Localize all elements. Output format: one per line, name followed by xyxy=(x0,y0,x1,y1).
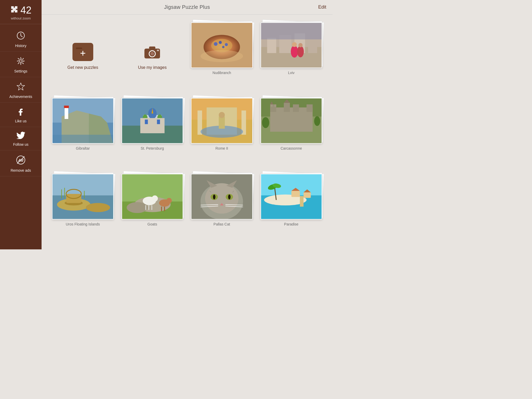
pallascat-photo xyxy=(191,174,253,220)
nudibranch-label: Nudibranch xyxy=(212,71,231,75)
svg-rect-65 xyxy=(293,104,299,112)
nudibranch-photo-stack xyxy=(191,22,253,68)
goats-photo xyxy=(122,174,183,220)
puzzle-card-pallascat[interactable]: Pallas Cat xyxy=(191,174,253,242)
sidebar-item-settings[interactable]: Settings xyxy=(0,52,42,77)
puzzle-card-stpetersburg[interactable]: St. Petersburg xyxy=(122,98,183,166)
pallascat-label: Pallas Cat xyxy=(214,222,230,226)
uros-photo xyxy=(52,174,114,220)
puzzle-grid: Get new puzzles Use my images xyxy=(42,15,332,249)
carcassonne-label: Carcassonne xyxy=(281,146,302,150)
svg-point-59 xyxy=(219,112,225,118)
svg-point-105 xyxy=(228,194,230,199)
star-icon xyxy=(16,82,25,92)
main-content: Jigsaw Puzzle Plus Edit Get new puzzles xyxy=(42,0,332,249)
puzzle-piece-icon xyxy=(10,5,18,15)
like-us-label: Like us xyxy=(15,119,26,123)
puzzle-card-uros[interactable]: Uros Floating Islands xyxy=(52,174,114,242)
svg-point-89 xyxy=(152,195,158,201)
paradise-photo xyxy=(261,174,322,220)
edit-button[interactable]: Edit xyxy=(318,4,326,10)
puzzle-card-gibraltar[interactable]: Gibraltar xyxy=(52,98,114,166)
sidebar-item-follow-us[interactable]: Follow us xyxy=(0,127,42,150)
svg-rect-120 xyxy=(291,191,300,197)
svg-point-20 xyxy=(219,41,222,44)
gear-icon xyxy=(16,56,25,67)
svg-rect-15 xyxy=(157,50,159,51)
stpetersburg-photo xyxy=(122,98,183,144)
sidebar-top: 42 without zoom xyxy=(0,0,42,24)
svg-rect-67 xyxy=(271,104,272,107)
use-my-images-action[interactable]: Use my images xyxy=(122,22,183,90)
svg-point-31 xyxy=(291,45,298,58)
sidebar-item-history[interactable]: History xyxy=(0,26,42,52)
lviv-photo-stack xyxy=(261,22,322,68)
stpetersburg-photo-stack xyxy=(122,98,183,144)
twitter-icon xyxy=(16,132,25,140)
lviv-label: Lviv xyxy=(288,71,295,75)
svg-point-77 xyxy=(86,203,110,212)
pallascat-photo-stack xyxy=(191,174,253,220)
puzzle-card-rome2[interactable]: Rome II xyxy=(191,98,253,166)
puzzle-card-carcassonne[interactable]: Carcassonne xyxy=(261,98,322,166)
svg-point-23 xyxy=(201,50,243,62)
carcassonne-photo-stack xyxy=(261,98,322,144)
puzzle-count-row: 42 xyxy=(10,5,31,16)
svg-rect-41 xyxy=(52,135,113,143)
goats-label: Goats xyxy=(148,222,157,226)
svg-point-71 xyxy=(262,117,269,128)
svg-rect-30 xyxy=(261,23,322,39)
svg-point-72 xyxy=(314,116,320,126)
follow-us-label: Follow us xyxy=(13,142,28,147)
svg-rect-124 xyxy=(300,196,303,207)
svg-point-104 xyxy=(213,194,215,199)
goats-photo-stack xyxy=(122,174,183,220)
svg-rect-64 xyxy=(284,103,290,112)
sidebar-item-like-us[interactable]: Like us xyxy=(0,103,42,127)
puzzle-card-goats[interactable]: Goats xyxy=(122,174,183,242)
sidebar: 42 without zoom History Settings xyxy=(0,0,42,249)
puzzle-card-paradise[interactable]: Paradise xyxy=(261,174,322,242)
svg-rect-14 xyxy=(149,46,155,49)
get-new-puzzles-label: Get new puzzles xyxy=(68,65,98,70)
use-my-images-label: Use my images xyxy=(138,65,167,70)
svg-rect-49 xyxy=(140,118,164,133)
sidebar-item-achievements[interactable]: Achievements xyxy=(0,77,42,103)
rome2-photo-stack xyxy=(191,98,253,144)
sidebar-item-remove-ads[interactable]: Ad Remove ads xyxy=(0,150,42,176)
svg-point-1 xyxy=(19,60,22,62)
top-bar: Jigsaw Puzzle Plus Edit xyxy=(42,0,332,15)
svg-marker-3 xyxy=(17,83,25,90)
carcassonne-photo xyxy=(261,98,322,144)
remove-ads-label: Remove ads xyxy=(11,168,31,172)
svg-point-22 xyxy=(222,46,224,48)
svg-rect-50 xyxy=(145,120,148,124)
svg-rect-26 xyxy=(267,38,276,53)
svg-rect-40 xyxy=(64,106,69,108)
get-new-puzzles-action[interactable]: Get new puzzles xyxy=(52,22,114,90)
clock-icon xyxy=(16,31,25,42)
svg-rect-39 xyxy=(65,107,68,119)
lviv-photo xyxy=(261,22,322,68)
settings-label: Settings xyxy=(14,69,28,73)
folder-plus-icon xyxy=(72,43,93,61)
svg-point-33 xyxy=(292,42,297,47)
svg-point-13 xyxy=(150,52,154,56)
svg-rect-62 xyxy=(270,108,312,132)
svg-rect-51 xyxy=(157,120,160,124)
stpetersburg-label: St. Petersburg xyxy=(141,146,164,150)
puzzle-count-number: 42 xyxy=(21,5,31,16)
app-title: Jigsaw Puzzle Plus xyxy=(164,4,210,10)
uros-photo-stack xyxy=(52,174,114,220)
achievements-label: Achievements xyxy=(9,95,32,99)
puzzle-card-nudibranch[interactable]: Nudibranch xyxy=(191,22,253,90)
svg-point-99 xyxy=(205,183,238,214)
without-zoom-label: without zoom xyxy=(11,16,31,20)
puzzle-card-lviv[interactable]: Lviv xyxy=(261,22,322,90)
svg-point-32 xyxy=(297,46,304,57)
paradise-photo-stack xyxy=(261,174,322,220)
camera-icon-container xyxy=(143,43,161,61)
svg-point-94 xyxy=(166,198,172,203)
svg-point-2 xyxy=(18,59,23,63)
paradise-label: Paradise xyxy=(284,222,298,226)
